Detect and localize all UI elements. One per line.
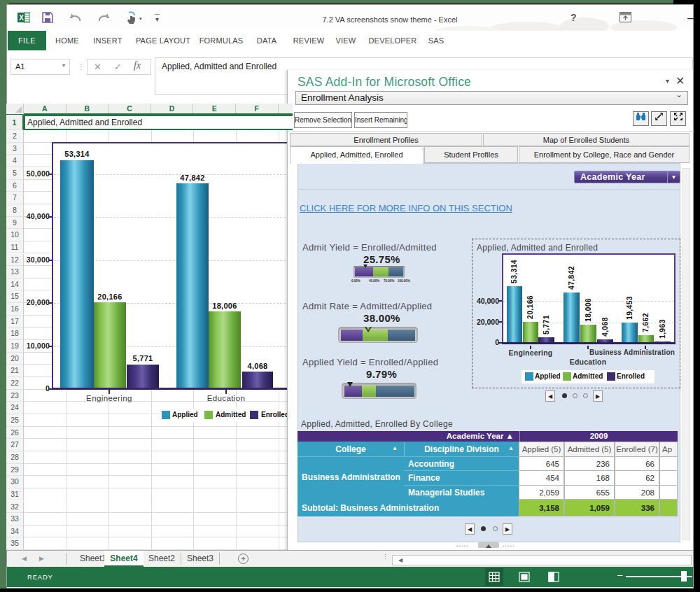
svg-text:X: X bbox=[19, 14, 24, 22]
